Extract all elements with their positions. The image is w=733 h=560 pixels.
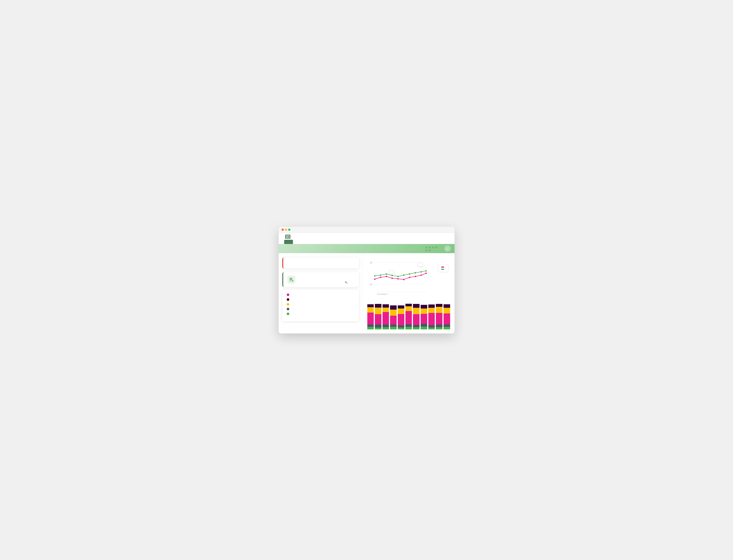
svg-point-33 bbox=[409, 273, 410, 275]
svg-rect-6 bbox=[290, 279, 292, 279]
triangle-decor bbox=[425, 246, 428, 248]
svg-text:60: 60 bbox=[370, 283, 372, 286]
bar-col bbox=[420, 302, 427, 329]
reminder-card bbox=[282, 258, 359, 269]
value-item-2 bbox=[287, 298, 355, 301]
bar-segment-slate bbox=[367, 324, 374, 327]
value-dot-1 bbox=[287, 293, 289, 296]
triangle-decor bbox=[425, 249, 428, 251]
bar-segment-purple bbox=[413, 304, 419, 308]
bar-segment-green bbox=[443, 327, 450, 329]
bar-col bbox=[367, 302, 374, 329]
director-report-card: ↖ bbox=[282, 272, 359, 287]
svg-point-34 bbox=[414, 272, 416, 273]
right-panel: 90 60 Percentage % bbox=[363, 253, 454, 333]
bar-segment-pink bbox=[420, 314, 427, 324]
bar-segment-purple bbox=[375, 304, 381, 308]
bar-segment-green bbox=[436, 327, 442, 329]
tab-recognition[interactable] bbox=[284, 240, 293, 244]
bar-segment-purple bbox=[436, 304, 442, 307]
svg-point-35 bbox=[420, 271, 422, 273]
app-header bbox=[279, 233, 454, 244]
svg-point-26 bbox=[425, 273, 427, 274]
bar-segment-pink bbox=[443, 313, 450, 324]
window-minimize-dot[interactable] bbox=[285, 229, 287, 231]
bar-segment-slate bbox=[443, 324, 450, 327]
tab-redeem[interactable] bbox=[311, 240, 319, 244]
bar-segment-purple bbox=[420, 305, 427, 309]
line-chart-container: 90 60 Percentage % bbox=[367, 259, 450, 296]
bar-segment-purple bbox=[443, 304, 450, 308]
bar-segment-green bbox=[405, 327, 412, 329]
legend-item-company bbox=[441, 269, 445, 270]
bar-segment-pink bbox=[405, 311, 412, 324]
bar-segment-purple bbox=[428, 304, 435, 308]
bar-segment-slate bbox=[398, 325, 404, 327]
value-item-1 bbox=[287, 293, 355, 296]
triangle-decor bbox=[428, 249, 431, 251]
svg-point-36 bbox=[425, 270, 427, 272]
bar-segment-slate bbox=[428, 325, 435, 328]
svg-point-25 bbox=[420, 274, 422, 276]
svg-point-32 bbox=[403, 274, 404, 276]
header-band: ⌕ bbox=[279, 244, 454, 253]
bar-segment-pink bbox=[382, 312, 389, 324]
value-dot-3 bbox=[287, 303, 289, 306]
legend-dot-org bbox=[441, 267, 444, 268]
bar-segment-pink bbox=[390, 316, 396, 325]
bar-col bbox=[428, 302, 435, 329]
bar-segment-yellow bbox=[436, 307, 442, 313]
bar-segment-green bbox=[398, 328, 404, 329]
triangle-decor bbox=[432, 246, 434, 248]
bar-col bbox=[390, 302, 396, 329]
bar-segment-yellow bbox=[405, 306, 412, 311]
svg-point-30 bbox=[391, 275, 392, 276]
search-icon[interactable]: ⌕ bbox=[444, 245, 451, 252]
bar-segment-yellow bbox=[420, 309, 427, 314]
svg-point-18 bbox=[380, 277, 381, 278]
svg-text:Percentage %: Percentage % bbox=[377, 293, 388, 295]
bar-segment-pink bbox=[367, 313, 374, 324]
bar-segment-green bbox=[413, 327, 419, 329]
value-item-4 bbox=[287, 308, 355, 310]
bar-segment-yellow bbox=[413, 308, 419, 314]
director-report-icon bbox=[287, 276, 295, 284]
svg-rect-9 bbox=[293, 280, 293, 281]
browser-window: ⌕ bbox=[279, 227, 454, 333]
svg-point-19 bbox=[385, 276, 387, 277]
svg-point-31 bbox=[397, 276, 398, 277]
nav-tabs bbox=[284, 240, 449, 244]
bar-chart-section bbox=[367, 300, 450, 329]
svg-point-23 bbox=[409, 277, 410, 278]
svg-point-17 bbox=[374, 278, 375, 280]
bar-col bbox=[405, 302, 412, 329]
tab-my-profile[interactable] bbox=[293, 240, 302, 244]
bar-col bbox=[436, 302, 442, 329]
bar-col bbox=[375, 302, 381, 329]
window-close-dot[interactable] bbox=[282, 229, 284, 231]
bar-segment-slate bbox=[382, 324, 389, 327]
bar-segment-pink bbox=[436, 313, 442, 324]
bar-segment-green bbox=[375, 328, 381, 329]
line-chart-section: 90 60 Percentage % bbox=[367, 259, 450, 296]
tab-my-team[interactable] bbox=[302, 240, 311, 244]
bar-segment-slate bbox=[413, 325, 419, 327]
bar-segment-pink bbox=[375, 314, 381, 325]
svg-point-20 bbox=[391, 278, 392, 279]
app-topbar bbox=[284, 235, 449, 240]
value-item-3 bbox=[287, 303, 355, 306]
bar-segment-green bbox=[382, 327, 389, 329]
bar-segment-yellow bbox=[398, 309, 404, 314]
svg-point-29 bbox=[385, 273, 387, 275]
bar-segment-purple bbox=[367, 304, 374, 307]
value-dot-5 bbox=[287, 313, 289, 315]
window-maximize-dot[interactable] bbox=[288, 229, 291, 231]
bar-segment-pink bbox=[428, 313, 435, 325]
value-item-5 bbox=[287, 313, 355, 315]
bar-segment-green bbox=[428, 328, 435, 329]
bar-segment-slate bbox=[405, 324, 412, 327]
svg-rect-3 bbox=[287, 237, 288, 237]
cursor-icon: ↖ bbox=[344, 280, 348, 285]
svg-point-27 bbox=[374, 275, 375, 277]
svg-rect-1 bbox=[287, 236, 289, 238]
